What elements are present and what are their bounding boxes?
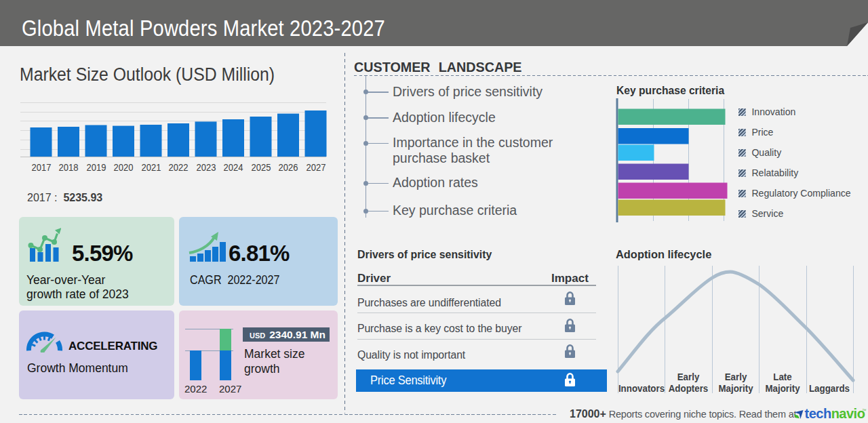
svg-text:technavio: technavio [805,407,865,421]
svg-text:™: ™ [862,408,867,413]
